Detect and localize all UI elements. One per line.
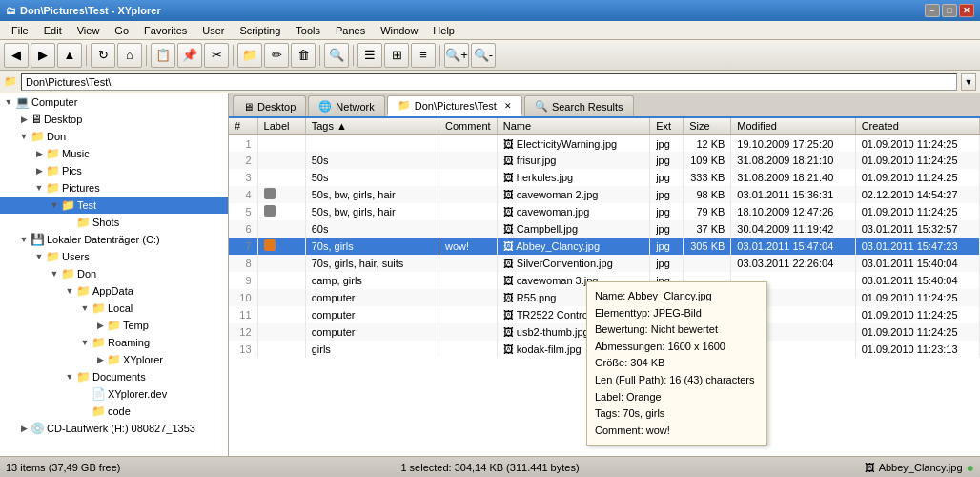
tab-pictures-test[interactable]: 📁 Don\Pictures\Test ✕ bbox=[387, 95, 522, 116]
sidebar-item-xyplorer-dev[interactable]: 📄 XYplorer.dev bbox=[0, 385, 228, 403]
title-bar-left: 🗂 Don\Pictures\Test - XYplorer bbox=[6, 5, 161, 16]
col-modified[interactable]: Modified bbox=[731, 118, 855, 135]
table-row[interactable]: 8 70s, girls, hair, suits 🖼 SilverConven… bbox=[229, 255, 980, 272]
shots-icon: 📁 bbox=[76, 216, 91, 229]
col-comment[interactable]: Comment bbox=[439, 118, 497, 135]
menu-window[interactable]: Window bbox=[373, 24, 425, 37]
table-row[interactable]: 4 50s, bw, girls, hair 🖼 cavewoman 2.jpg… bbox=[229, 186, 980, 203]
copy-button[interactable]: 📋 bbox=[151, 43, 175, 68]
paste-button[interactable]: 📌 bbox=[177, 43, 202, 68]
status-green-dot: ● bbox=[967, 460, 974, 475]
sidebar-item-don[interactable]: ▼ 📁 Don bbox=[0, 128, 228, 145]
col-name[interactable]: Name bbox=[497, 118, 649, 135]
sidebar-item-local-drive[interactable]: ▼ 💾 Lokaler Datenträger (C:) bbox=[0, 231, 228, 248]
view-list-button[interactable]: ☰ bbox=[357, 43, 382, 68]
minimize-button[interactable]: − bbox=[925, 4, 940, 17]
view-details-button[interactable]: ≡ bbox=[411, 43, 436, 68]
tab-network-label: Network bbox=[336, 101, 374, 113]
menu-panes[interactable]: Panes bbox=[328, 24, 373, 37]
delete-button[interactable]: 🗑 bbox=[291, 43, 316, 68]
sidebar-item-pics[interactable]: ▶ 📁 Pics bbox=[0, 162, 228, 179]
col-num[interactable]: # bbox=[229, 118, 257, 135]
tab-network[interactable]: 🌐 Network bbox=[308, 95, 384, 116]
sidebar-item-roaming[interactable]: ▼ 📁 Roaming bbox=[0, 334, 228, 351]
view-icons-button[interactable]: ⊞ bbox=[384, 43, 409, 68]
home-button[interactable]: ⌂ bbox=[117, 43, 142, 68]
maximize-button[interactable]: □ bbox=[942, 4, 957, 17]
table-row[interactable]: 5 50s, bw, girls, hair 🖼 cavewoman.jpg j… bbox=[229, 203, 980, 220]
sidebar-item-desktop[interactable]: ▶ 🖥 Desktop bbox=[0, 111, 228, 128]
sidebar-item-documents[interactable]: ▼ 📁 Documents bbox=[0, 368, 228, 385]
back-button[interactable]: ◀ bbox=[4, 43, 29, 68]
zoom-out-button[interactable]: 🔍- bbox=[471, 43, 496, 68]
tab-desktop-icon: 🖥 bbox=[243, 101, 254, 113]
cell-num: 4 bbox=[229, 186, 257, 203]
sidebar-label-don: Don bbox=[47, 131, 66, 142]
new-folder-button[interactable]: 📁 bbox=[237, 43, 262, 68]
sidebar-item-cd[interactable]: ▶ 💿 CD-Laufwerk (H:) 080827_1353 bbox=[0, 420, 228, 437]
menu-go[interactable]: Go bbox=[107, 24, 136, 37]
table-row[interactable]: 2 50s 🖼 frisur.jpg jpg 109 KB 31.08.2009… bbox=[229, 152, 980, 169]
cell-comment bbox=[439, 341, 497, 358]
col-ext[interactable]: Ext bbox=[650, 118, 684, 135]
cell-comment bbox=[439, 203, 497, 220]
menu-help[interactable]: Help bbox=[425, 24, 462, 37]
menu-user[interactable]: User bbox=[194, 24, 232, 37]
search-button[interactable]: 🔍 bbox=[324, 43, 349, 68]
cut-button[interactable]: ✂ bbox=[204, 43, 229, 68]
up-button[interactable]: ▲ bbox=[57, 43, 82, 68]
menu-edit[interactable]: Edit bbox=[36, 24, 70, 37]
tab-close-icon[interactable]: ✕ bbox=[504, 101, 512, 111]
menu-tools[interactable]: Tools bbox=[288, 24, 328, 37]
col-size[interactable]: Size bbox=[684, 118, 731, 135]
address-input[interactable] bbox=[21, 73, 957, 91]
menu-scripting[interactable]: Scripting bbox=[233, 24, 289, 37]
menu-view[interactable]: View bbox=[70, 24, 108, 37]
sidebar-item-temp[interactable]: ▶ 📁 Temp bbox=[0, 317, 228, 334]
file-icon: 🖼 bbox=[503, 292, 514, 303]
sidebar-item-code[interactable]: 📁 code bbox=[0, 403, 228, 420]
sidebar-label-desktop: Desktop bbox=[44, 114, 82, 125]
tab-search-results[interactable]: 🔍 Search Results bbox=[524, 95, 634, 116]
toolbar: ◀ ▶ ▲ ↻ ⌂ 📋 📌 ✂ 📁 ✏ 🗑 🔍 ☰ ⊞ ≡ 🔍+ 🔍- bbox=[0, 40, 980, 71]
refresh-button[interactable]: ↻ bbox=[91, 43, 115, 68]
sidebar-item-computer[interactable]: ▼ 💻 Computer bbox=[0, 93, 228, 111]
cell-tags: 50s bbox=[305, 169, 439, 186]
sidebar-label-xyplorer-dev: XYplorer.dev bbox=[108, 388, 167, 400]
col-tags[interactable]: Tags ▲ bbox=[305, 118, 439, 135]
cell-tags: 70s, girls bbox=[305, 238, 439, 255]
zoom-in-button[interactable]: 🔍+ bbox=[444, 43, 469, 68]
table-row[interactable]: 6 60s 🖼 Campbell.jpg jpg 37 KB 30.04.200… bbox=[229, 220, 980, 238]
cell-name: 🖼 ElectricityWarning.jpg bbox=[497, 135, 649, 152]
pictures-icon: 📁 bbox=[46, 181, 60, 195]
sidebar-item-shots[interactable]: 📁 Shots bbox=[0, 214, 228, 231]
sidebar-item-appdata[interactable]: ▼ 📁 AppData bbox=[0, 282, 228, 300]
cell-label bbox=[257, 272, 305, 289]
close-button[interactable]: ✕ bbox=[959, 4, 974, 17]
expander-local: ▼ bbox=[78, 301, 92, 315]
tooltip-dimensions: Abmessungen: 1600 x 1600 bbox=[595, 339, 759, 356]
sidebar-item-music[interactable]: ▶ 📁 Music bbox=[0, 145, 228, 162]
tab-desktop[interactable]: 🖥 Desktop bbox=[233, 95, 306, 116]
menu-file[interactable]: File bbox=[4, 24, 36, 37]
sidebar-item-xyplorer[interactable]: ▶ 📁 XYplorer bbox=[0, 351, 228, 368]
sidebar-item-users[interactable]: ▼ 📁 Users bbox=[0, 248, 228, 265]
sidebar-item-don-users[interactable]: ▼ 📁 Don bbox=[0, 265, 228, 282]
col-label[interactable]: Label bbox=[257, 118, 305, 135]
sidebar-item-local[interactable]: ▼ 📁 Local bbox=[0, 300, 228, 317]
table-row[interactable]: 1 🖼 ElectricityWarning.jpg jpg 12 KB 19.… bbox=[229, 135, 980, 152]
sidebar-item-pictures[interactable]: ▼ 📁 Pictures bbox=[0, 179, 228, 197]
tab-bar: 🖥 Desktop 🌐 Network 📁 Don\Pictures\Test … bbox=[229, 93, 980, 118]
table-row[interactable]: 7 70s, girls wow! 🖼 Abbey_Clancy.jpg jpg… bbox=[229, 238, 980, 255]
file-icon: 🖼 bbox=[503, 309, 514, 321]
menu-favorites[interactable]: Favorites bbox=[136, 24, 194, 37]
rename-button[interactable]: ✏ bbox=[264, 43, 289, 68]
sidebar-label-music: Music bbox=[62, 148, 90, 159]
table-row[interactable]: 3 50s 🖼 herkules.jpg jpg 333 KB 31.08.20… bbox=[229, 169, 980, 186]
sidebar-item-test[interactable]: ▼ 📁 Test bbox=[0, 197, 228, 214]
address-dropdown-button[interactable]: ▼ bbox=[961, 73, 976, 91]
col-created[interactable]: Created bbox=[855, 118, 979, 135]
cell-size: 305 KB bbox=[684, 238, 731, 255]
forward-button[interactable]: ▶ bbox=[31, 43, 55, 68]
cell-name: 🖼 herkules.jpg bbox=[497, 169, 649, 186]
